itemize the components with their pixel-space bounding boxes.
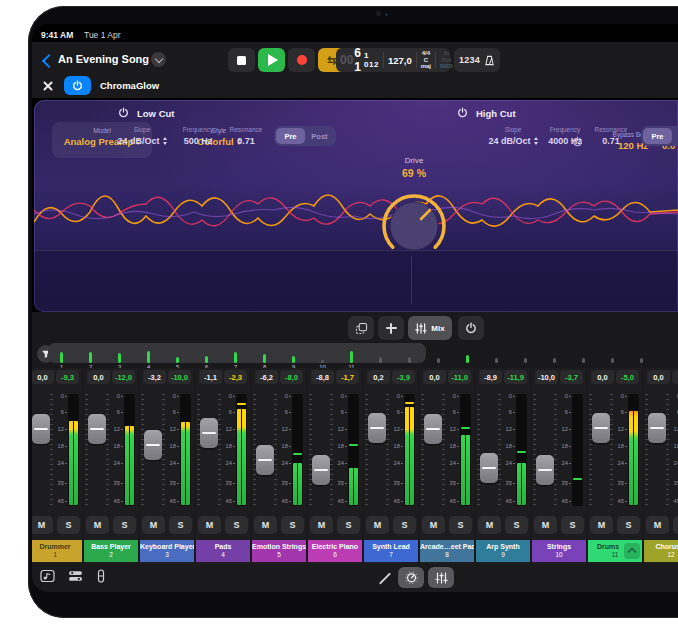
back-button[interactable] bbox=[40, 52, 54, 68]
play-button[interactable] bbox=[258, 48, 285, 72]
track-name-bar[interactable]: Synth Lead7 bbox=[364, 540, 418, 562]
volume-value[interactable]: 0,0 bbox=[87, 370, 110, 384]
high-cut-pre-post[interactable]: Pre Post bbox=[641, 126, 678, 146]
mute-button[interactable]: M bbox=[534, 516, 557, 534]
track-name-bar[interactable]: Emotion Strings5 bbox=[252, 540, 306, 562]
solo-button[interactable]: S bbox=[505, 516, 528, 534]
volume-value[interactable]: 0,2 bbox=[367, 370, 390, 384]
channel-strip[interactable]: 0,2-3,9061218243545MSSynth Lead7 bbox=[364, 368, 418, 564]
record-button[interactable] bbox=[288, 48, 315, 72]
mute-button[interactable]: M bbox=[646, 516, 669, 534]
volume-value[interactable]: -8,9 bbox=[479, 370, 502, 384]
high-cut-resonance[interactable]: Resonance 0.71 bbox=[579, 126, 643, 146]
solo-button[interactable]: S bbox=[337, 516, 360, 534]
channel-strip[interactable]: 0,0-12,0061218243545MSBass Player2 bbox=[84, 368, 138, 564]
channel-strip[interactable]: -8,8-1,7061218243545MSElectric Piano6 bbox=[308, 368, 362, 564]
fader-track[interactable]: 061218243545 bbox=[140, 388, 194, 510]
tracks-view-button[interactable] bbox=[68, 569, 83, 587]
channel-strip[interactable]: 0,0-5,0061218243545MSDrums11 bbox=[588, 368, 642, 564]
fader-track[interactable]: 061218243545 bbox=[196, 388, 250, 510]
volume-value[interactable]: 0,0 bbox=[591, 370, 614, 384]
solo-button[interactable]: S bbox=[617, 516, 640, 534]
volume-value[interactable]: -3,2 bbox=[143, 370, 166, 384]
post-tab[interactable]: Post bbox=[305, 128, 334, 144]
channel-strip[interactable]: -3,2-10,0061218243545MSKeyboard Player3 bbox=[140, 368, 194, 564]
track-name-bar[interactable]: Drums11 bbox=[588, 540, 642, 562]
volume-value[interactable]: -1,1 bbox=[199, 370, 222, 384]
fader-handle[interactable] bbox=[648, 413, 666, 443]
channel-strip[interactable]: 0,0-11,0061218243545MSArcade…eet Pad8 bbox=[420, 368, 474, 564]
pencil-icon[interactable] bbox=[379, 572, 391, 584]
mute-button[interactable]: M bbox=[142, 516, 165, 534]
solo-button[interactable]: S bbox=[57, 516, 80, 534]
fader-track[interactable]: 061218243545 bbox=[32, 388, 82, 510]
fader-track[interactable]: 061218243545 bbox=[588, 388, 642, 510]
fader-track[interactable]: 061218243545 bbox=[252, 388, 306, 510]
tempo-display[interactable]: 127,0 bbox=[384, 52, 417, 68]
fader-handle[interactable] bbox=[88, 414, 106, 444]
stop-button[interactable] bbox=[228, 48, 255, 72]
track-name-bar[interactable]: Electric Piano6 bbox=[308, 540, 362, 562]
close-icon[interactable] bbox=[42, 80, 54, 92]
channel-strip[interactable]: 0,0-9,3061218243545MSDrummer1 bbox=[32, 368, 82, 564]
plugin-power-button[interactable] bbox=[64, 76, 91, 95]
fader-handle[interactable] bbox=[32, 414, 50, 444]
solo-button[interactable]: S bbox=[169, 516, 192, 534]
collapse-plugin-button[interactable] bbox=[624, 543, 640, 559]
mute-button[interactable]: M bbox=[422, 516, 445, 534]
mix-view-button[interactable]: Mix bbox=[408, 316, 452, 340]
solo-button[interactable]: S bbox=[225, 516, 248, 534]
mute-button[interactable]: M bbox=[254, 516, 277, 534]
fader-track[interactable]: 061218243545 bbox=[308, 388, 362, 510]
key-signature-display[interactable]: 4/4C maj bbox=[417, 52, 436, 68]
fader-handle[interactable] bbox=[144, 430, 162, 460]
mixer-view-button[interactable] bbox=[428, 567, 454, 588]
fader-track[interactable]: 061218243545 bbox=[532, 388, 586, 510]
fader-handle[interactable] bbox=[312, 455, 330, 485]
mute-button[interactable]: M bbox=[590, 516, 613, 534]
fader-track[interactable]: 061218243545 bbox=[644, 388, 678, 510]
high-cut-power-button[interactable] bbox=[457, 107, 468, 120]
fader-handle[interactable] bbox=[480, 453, 498, 483]
solo-button[interactable]: S bbox=[561, 516, 584, 534]
channel-strip[interactable]: -8,9-11,9061218243545MSArp Synth9 bbox=[476, 368, 530, 564]
fader-handle[interactable] bbox=[200, 418, 218, 448]
solo-button[interactable]: S bbox=[673, 516, 678, 534]
track-name-bar[interactable]: Pads4 bbox=[196, 540, 250, 562]
track-name-bar[interactable]: Strings10 bbox=[532, 540, 586, 562]
duplicate-button[interactable] bbox=[348, 316, 374, 340]
channel-strip[interactable]: -1,1-2,3061218243545MSPads4 bbox=[196, 368, 250, 564]
volume-value[interactable]: 0,0 bbox=[647, 370, 670, 384]
count-in-metronome-button[interactable]: 1234 bbox=[454, 48, 500, 72]
track-name-bar[interactable]: Keyboard Player3 bbox=[140, 540, 194, 562]
channel-strip[interactable]: -10,0-3,7061218243545MSStrings10 bbox=[532, 368, 586, 564]
fader-view-button[interactable] bbox=[96, 569, 106, 587]
volume-value[interactable]: -6,2 bbox=[255, 370, 278, 384]
overview-viewport[interactable] bbox=[48, 343, 426, 363]
volume-value[interactable]: -8,8 bbox=[311, 370, 334, 384]
solo-button[interactable]: S bbox=[393, 516, 416, 534]
low-cut-pre-post[interactable]: Pre Post bbox=[274, 126, 336, 146]
volume-value[interactable]: 0,0 bbox=[423, 370, 446, 384]
channel-strip[interactable]: -6,2-8,0061218243545MSEmotion Strings5 bbox=[252, 368, 306, 564]
pre-tab[interactable]: Pre bbox=[276, 128, 305, 144]
mute-button[interactable]: M bbox=[86, 516, 109, 534]
track-name-bar[interactable]: Bass Player2 bbox=[84, 540, 138, 562]
mute-button[interactable]: M bbox=[366, 516, 389, 534]
low-cut-resonance[interactable]: Resonance 0.71 bbox=[214, 126, 278, 146]
mute-button[interactable]: M bbox=[198, 516, 221, 534]
mute-button[interactable]: M bbox=[478, 516, 501, 534]
fader-track[interactable]: 061218243545 bbox=[420, 388, 474, 510]
solo-button[interactable]: S bbox=[449, 516, 472, 534]
mute-button[interactable]: M bbox=[310, 516, 333, 534]
volume-value[interactable]: 0,0 bbox=[32, 370, 54, 384]
mute-button[interactable]: M bbox=[32, 516, 53, 534]
fader-track[interactable]: 061218243545 bbox=[84, 388, 138, 510]
track-name-bar[interactable]: Chorus V12 bbox=[644, 540, 678, 562]
solo-button[interactable]: S bbox=[281, 516, 304, 534]
browser-button[interactable] bbox=[40, 569, 55, 587]
add-track-button[interactable] bbox=[378, 316, 404, 340]
fader-handle[interactable] bbox=[256, 445, 274, 475]
solo-button[interactable]: S bbox=[113, 516, 136, 534]
playhead-position[interactable]: 006 11 012 bbox=[336, 52, 384, 68]
